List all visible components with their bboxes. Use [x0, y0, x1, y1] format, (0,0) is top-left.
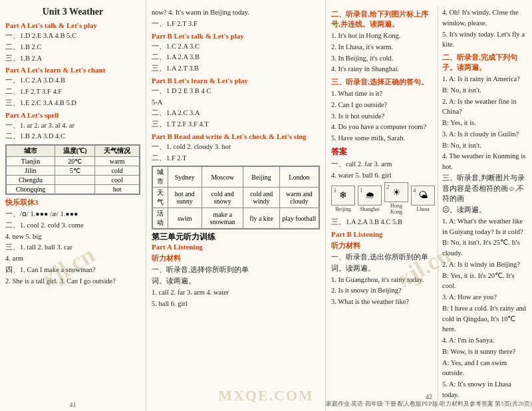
table-cell: London — [279, 167, 319, 188]
kuaile-line2: 二、1. cool 2. cold 3. come — [5, 220, 140, 231]
table-row: Tianjin 20℃ warm — [7, 157, 140, 166]
city-hongkong: Hong Kong — [384, 203, 408, 215]
part-b-talk-play-header: Part B Let's talk & Let's play — [152, 32, 320, 40]
col-weather: 天气情况 — [95, 146, 140, 157]
right-er-line11: B: No, it isn't. It's 25℃. It's cloudy. — [442, 237, 527, 259]
right-er-line2: B: No, it isn't. — [442, 85, 527, 96]
part-a-talk-play-line3: 三、1.B 2.A — [5, 53, 140, 64]
table-cell: 活动 — [153, 208, 168, 229]
part-b-read-line1: 一、1. cold 2. cloudy 3. hot — [152, 142, 320, 152]
part-a-spell-header: Part A Let's spell — [5, 111, 140, 119]
right-er-label: 二、听录音,完成下列句子。读两遍。 — [442, 53, 527, 72]
right-page-num: 42 — [426, 393, 432, 400]
san-q3: 3. Is it hot outside? — [331, 111, 435, 122]
part-b-yi-line1: 1. In Guangzhou, it's rainy today. — [331, 275, 435, 285]
er-line1: 1. It's hot in Hong Kong. — [331, 31, 435, 41]
part-b-talk-play-line3: 三、1.A 2.T 3.B — [152, 63, 320, 74]
right-page: 二、听录音,给下列图片标上序号,并连线。读两遍。 1. It's hot in … — [326, 0, 532, 411]
table-cell: Beijing — [243, 167, 279, 188]
table-cell: fly a kite — [243, 208, 279, 229]
right-er-line15: B: I have a cold. It's rainy and cold in… — [442, 303, 527, 335]
er-label: 5. ball 6. girl — [152, 299, 320, 309]
col-temp: 温度(℃) — [55, 146, 94, 157]
er-line3: 3. In Beijing, it's cold. — [331, 53, 435, 64]
right-er-line8: 三、听录音,判断图片与录音内容是否相符的画☺,不符的画 — [442, 173, 527, 204]
box-num-2: 1 — [360, 187, 363, 194]
right-er-line18: A: Yes, and I can swim outside. — [442, 358, 527, 379]
part-b-yi-line2: 2. Is it snowy in Beijing? — [331, 285, 435, 296]
san-section-label: 三、听录音,选择正确的答句。 — [331, 77, 435, 87]
part-b-yi-label: 一、听录音,选出你所听到的单 — [331, 252, 435, 263]
right-col-line1: 4. Oh! It's windy. Close the window, ple… — [442, 7, 527, 29]
cell-temp — [55, 176, 94, 185]
table-cell: make a snowman — [201, 208, 243, 229]
city-beijing: Beijing — [335, 206, 351, 212]
part-b-talk-play-line1: 一、1.C 2.A 3.C — [152, 41, 320, 52]
cell-city: Chongqing — [7, 185, 55, 194]
yi-instruction: 一、听录音,选择你所听到的单 — [152, 265, 320, 275]
kuaile-line1: 一、/ɑ/ 1.●●● /æ/ 1.●●● — [5, 209, 140, 219]
right-er-line3: 2. A: Is the weather fine in China? — [442, 96, 527, 118]
left-page: Unit 3 Weather Part A Let's talk & Let's… — [0, 0, 146, 411]
part-b-learn-play-line2: 5-A — [152, 97, 320, 108]
cell-city: Jilin — [7, 166, 55, 176]
table-cell: cold and windy — [243, 188, 279, 208]
kuaile-line4: 三、1. tall 2. ball 3. car — [5, 242, 140, 253]
col-city: 城市 — [7, 146, 55, 157]
left-page-num: 41 — [70, 401, 76, 408]
img-box-lhasa: 4 🌤 — [411, 186, 435, 206]
weather-table-middle: 城市 Sydney Moscow Beijing London 天气 hot a… — [152, 166, 320, 229]
footer-text: 家庭作业·英语·四年级·下册·配人教版PEP版·听力材料及参考答案 第5页(共2… — [326, 400, 532, 408]
part-b-read-line2: 二、1.F 2.T — [152, 153, 320, 164]
part-b-talk-play-line2: 二、1.A 2.A 3.B — [152, 52, 320, 63]
part-b-learn-play-line3: 二、1.A 2.C 3.A — [152, 108, 320, 118]
right-er-line5: 3. A: Is it cloudy in Guilin? — [442, 129, 527, 140]
san-q4: 4. Do you have a computer room? — [331, 122, 435, 132]
right-col-line2: 5. It's windy today. Let's fly a kite. — [442, 29, 527, 51]
right-er-line17: B: Wow, is it sunny there? — [442, 346, 527, 357]
disan-title: 第三单元听力训练 — [152, 232, 320, 242]
san-q2: 2. Can I go outside? — [331, 100, 435, 110]
cell-weather: hot — [95, 185, 140, 194]
part-b-learn-play-line4: 三、1.T 2.F 3.F 4.T — [152, 119, 320, 130]
box-num-3: 2 — [386, 184, 390, 190]
part-a-learn-chant-line2: 二、1.F 2.T 3.F 4.F — [5, 86, 140, 97]
unit-title: Unit 3 Weather — [5, 7, 140, 17]
er-line4: 4. It's rainy in Shanghai. — [331, 64, 435, 74]
part-b-listening-label: Part B Listening — [331, 230, 435, 238]
part-a-talk-play-line2: 二、1.B 2.C — [5, 42, 140, 53]
san-ans-line: 三、1.A 2.A 3.B 4.C 5.B — [331, 217, 435, 227]
middle-page: now? 4. It's warm in Beijing today. 一、1.… — [146, 0, 326, 411]
table-cell: Sydney — [168, 167, 201, 188]
er-section-label: 二、听录音,给下列图片标上序号,并连线。读两遍。 — [331, 9, 435, 29]
part-b-read-header: Part B Read and write & Let's check & Le… — [152, 132, 320, 140]
right-er-line10: 1. A: What's the weather like in Guiyang… — [442, 216, 527, 237]
answer-line2: 4. water 5. ball 6. girl — [331, 170, 435, 181]
img-box-shanghai: 1 🌧 — [358, 186, 382, 206]
kuaile-line7: 2. She is a tall girl. 3. Can I go outsi… — [5, 276, 140, 287]
middle-intro: now? 4. It's warm in Beijing today. — [152, 7, 320, 18]
box-num-4: 4 — [413, 187, 416, 194]
answer-line1: 一、call 2. far 3. arm — [331, 159, 435, 170]
part-a-talk-play-header: Part A Let's talk & Let's play — [5, 21, 140, 29]
table-cell: 城市 — [153, 167, 168, 188]
table-cell: cold and snowy — [201, 188, 243, 208]
table-cell: 天气 — [153, 188, 168, 208]
part-a-spell-line1: 一、1. ar 2. ar 3. al 4. ar — [5, 120, 140, 131]
city-lhasa: Lhasa — [416, 206, 429, 212]
table-cell: Moscow — [201, 167, 243, 188]
middle-intro2: 一、1.F 2.T 3.F — [152, 19, 320, 29]
table-cell: warm and cloudy — [279, 188, 319, 208]
right-er-line9: ☹。读两遍。 — [442, 205, 527, 215]
img-box-hongkong: 2 ☀ — [384, 182, 408, 202]
right-er-line7: 4. The weather in Kunming is hot. — [442, 151, 527, 172]
right-er-line1: 1. A: Is it rainy in America? — [442, 74, 527, 84]
cell-weather: cold — [95, 166, 140, 176]
listening-material-label: 听力材料 — [152, 253, 320, 263]
part-a-learn-chant-header: Part A Let's learn & Let's chant — [5, 66, 140, 74]
kuaile-section: 快乐双休3 — [5, 198, 140, 207]
weather-table-left: 城市 温度(℃) 天气情况 Tianjin 20℃ warm Jilin 5℃ … — [5, 144, 140, 195]
part-b-learn-play-header: Part B Let's learn & Let's play — [152, 76, 320, 84]
cell-temp: 20℃ — [55, 157, 94, 166]
san-q1: 1. What time is it? — [331, 88, 435, 99]
